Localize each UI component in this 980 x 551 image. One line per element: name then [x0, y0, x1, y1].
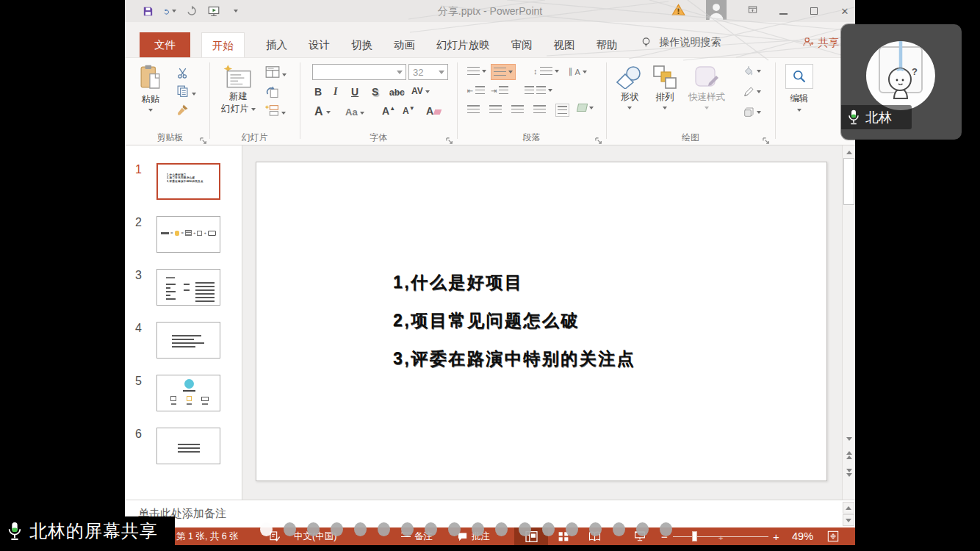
shapes-button[interactable]: 形状 — [616, 65, 643, 109]
slide-thumbnail-1[interactable]: 1,什么是好项目 2,项目常见问题怎么破 3,评委在路演中特别的关注点 — [156, 163, 220, 200]
shape-fill-icon[interactable] — [743, 65, 761, 77]
align-left-button[interactable] — [467, 105, 480, 114]
align-text-button[interactable] — [555, 104, 569, 117]
cut-icon[interactable] — [176, 67, 189, 82]
slide-thumbnail-3[interactable] — [156, 269, 220, 306]
font-name-combo[interactable] — [312, 64, 406, 80]
quick-styles-button[interactable]: 快速样式 — [688, 65, 725, 109]
shape-effects-icon[interactable] — [743, 107, 761, 118]
columns-button[interactable] — [525, 86, 552, 95]
bold-button[interactable]: B — [314, 86, 322, 98]
change-case-button[interactable]: Aa — [345, 107, 364, 118]
slide-thumbnail-panel: 1 1,什么是好项目 2,项目常见问题怎么破 3,评委在路演中特别的关注点 2 … — [125, 145, 242, 500]
customize-quick-access-icon[interactable] — [229, 4, 242, 18]
shrink-font-button[interactable]: A▼ — [403, 105, 415, 116]
tab-transitions[interactable]: 切换 — [351, 32, 372, 57]
slide-thumbnail-5[interactable] — [156, 375, 220, 411]
italic-button[interactable]: I — [334, 86, 337, 98]
editing-button[interactable]: 编辑 — [785, 64, 813, 112]
font-size-combo[interactable]: 32 — [408, 64, 448, 80]
tab-help[interactable]: 帮助 — [597, 32, 618, 57]
slide-number-5: 5 — [135, 375, 142, 388]
decrease-indent-button[interactable]: ⇤ — [467, 86, 485, 95]
paste-button[interactable]: 粘贴 — [140, 64, 162, 112]
tab-home[interactable]: 开始 — [201, 32, 245, 57]
tab-animations[interactable]: 动画 — [394, 32, 415, 57]
vertical-scrollbar[interactable] — [842, 145, 855, 500]
notes-pane[interactable]: 单击此处添加备注 — [125, 500, 855, 527]
undo-icon[interactable] — [163, 4, 176, 18]
zoom-slider-thumb[interactable] — [692, 531, 697, 541]
scroll-down-arrow[interactable] — [843, 433, 854, 444]
numbering-button[interactable] — [491, 64, 516, 80]
participant-avatar: ? — [866, 41, 935, 110]
scroll-up-arrow[interactable] — [843, 147, 854, 158]
minimize-button[interactable] — [777, 6, 789, 17]
slide-canvas[interactable]: 1,什么是好项目 2,项目常见问题怎么破 3,评委在路演中特别的关注点 — [256, 162, 827, 481]
webcam-tile[interactable]: ? 北林 — [841, 24, 962, 140]
start-slideshow-icon[interactable] — [207, 4, 220, 18]
clear-formatting-button[interactable]: A — [426, 105, 441, 117]
arrange-button[interactable]: 排列 — [653, 65, 677, 109]
drawing-dialog-launcher[interactable] — [763, 135, 771, 143]
slide-layout-icon[interactable] — [265, 66, 287, 81]
bullets-button[interactable] — [467, 67, 486, 76]
format-painter-icon[interactable] — [176, 104, 189, 119]
text-shadow-button[interactable]: S — [372, 86, 378, 98]
smartart-convert-button[interactable] — [577, 104, 594, 112]
paragraph-dialog-launcher[interactable] — [595, 135, 603, 143]
maximize-button[interactable] — [808, 6, 820, 17]
clipboard-dialog-launcher[interactable] — [200, 135, 208, 143]
font-dialog-launcher[interactable] — [446, 135, 454, 143]
copy-icon[interactable] — [176, 84, 196, 100]
account-avatar[interactable] — [705, 0, 728, 23]
tab-slideshow[interactable]: 幻灯片放映 — [436, 32, 490, 57]
zoom-in-button[interactable]: + — [773, 527, 779, 545]
tab-insert[interactable]: 插入 — [266, 32, 287, 57]
new-slide-label-1: 新建 — [229, 90, 248, 103]
share-button-label: 共享 — [818, 36, 839, 50]
font-color-button[interactable]: A — [314, 105, 331, 118]
redo-icon[interactable] — [185, 4, 198, 18]
notes-scrollbar[interactable] — [843, 502, 855, 527]
share-button[interactable]: 共享 — [802, 36, 839, 50]
group-font: 32 B I U S abc AV A Aa A▲ A▼ A 字体 — [300, 58, 457, 146]
underline-button[interactable]: U — [351, 86, 359, 98]
align-right-button[interactable] — [511, 105, 524, 114]
shape-outline-icon[interactable] — [743, 86, 761, 98]
notes-scroll-up[interactable] — [843, 502, 854, 514]
increase-indent-button[interactable]: ⇥ — [491, 86, 508, 95]
scrollbar-thumb[interactable] — [843, 158, 854, 205]
line-spacing-button[interactable]: ↕ — [533, 67, 559, 76]
zoom-percentage[interactable]: 49% — [792, 527, 813, 545]
character-spacing-button[interactable]: AV — [411, 86, 430, 96]
notes-scroll-down[interactable] — [843, 514, 854, 526]
grow-font-button[interactable]: A▲ — [382, 105, 395, 117]
slide-thumbnail-2[interactable]: = = + + — [156, 216, 220, 253]
save-icon[interactable] — [141, 4, 154, 18]
previous-slide-button[interactable] — [843, 450, 854, 461]
tab-file[interactable]: 文件 — [140, 32, 190, 57]
overlay-dot — [519, 522, 531, 536]
ribbon-display-options-icon[interactable] — [747, 4, 758, 18]
slide-text-block[interactable]: 1,什么是好项目 2,项目常见问题怎么破 3,评委在路演中特别的关注点 — [393, 271, 635, 386]
close-button[interactable]: ✕ — [839, 6, 851, 17]
tell-me-bulb-icon — [640, 35, 652, 52]
section-icon[interactable] — [265, 104, 286, 119]
slide-thumbnail-4[interactable] — [156, 322, 220, 359]
next-slide-button[interactable] — [843, 467, 854, 478]
tell-me-search[interactable]: 操作说明搜索 — [660, 36, 721, 49]
align-center-button[interactable] — [489, 105, 502, 114]
reset-slide-icon[interactable] — [265, 85, 279, 101]
fit-to-window-button[interactable] — [827, 527, 839, 545]
text-direction-button[interactable]: ∥A — [569, 67, 587, 76]
strikethrough-button[interactable]: abc — [389, 87, 405, 98]
tab-design[interactable]: 设计 — [309, 32, 330, 57]
slide-thumbnail-6[interactable] — [156, 428, 220, 464]
tab-view[interactable]: 视图 — [554, 32, 575, 57]
tab-review[interactable]: 审阅 — [511, 32, 533, 57]
new-slide-button[interactable]: 新建 幻灯片 — [221, 64, 256, 115]
slide-number-1: 1 — [135, 163, 142, 176]
justify-button[interactable] — [533, 105, 546, 114]
upload-warning-icon[interactable] — [671, 3, 685, 20]
